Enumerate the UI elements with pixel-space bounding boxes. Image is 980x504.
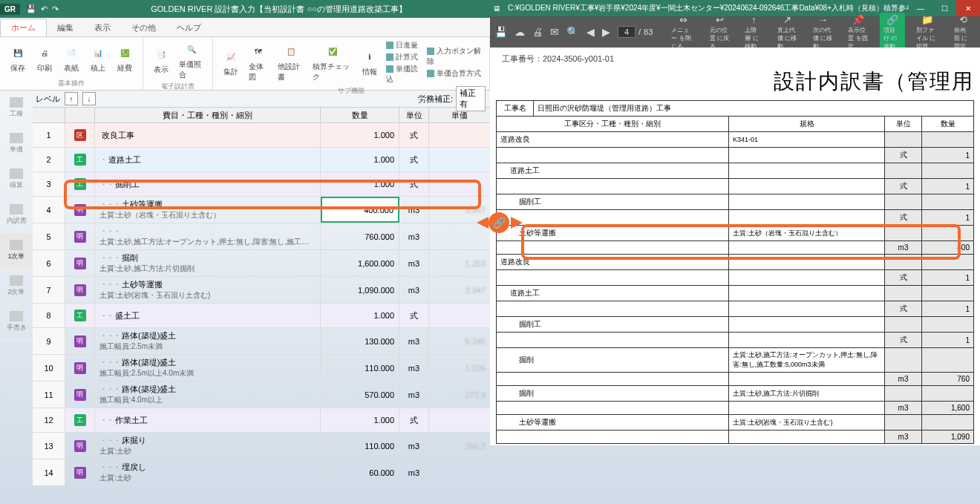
allfig-button[interactable]: 🗺全体図 <box>244 39 273 86</box>
row-qty-cell[interactable]: 1.000 <box>321 172 399 196</box>
row-qty-cell[interactable]: 130.000 <box>321 328 399 354</box>
doc-cell-unit <box>885 317 922 333</box>
tab-view[interactable]: 表示 <box>84 19 121 36</box>
grid-row[interactable]: 7明・・・土砂等運搬土質:土砂(岩塊・玉石混り土含む)1,090.000m33,… <box>33 277 490 304</box>
estcheck-button[interactable]: ✅積算チェック <box>308 39 356 86</box>
side-tab-unit[interactable]: 単価 <box>0 126 33 162</box>
grid-row[interactable]: 2工・道路土工1.000式 <box>33 148 490 172</box>
grid-row[interactable]: 3工・・掘削工1.000式 <box>33 172 490 197</box>
row-name-cell[interactable]: ・・・土砂等運搬土質:土砂(岩塊・玉石混り土含む) <box>95 277 321 303</box>
row-qty-cell[interactable]: 110.000 <box>321 433 399 459</box>
row-qty-cell[interactable]: 60.000 <box>321 459 399 485</box>
print-button[interactable]: 🖨印刷 <box>31 39 58 79</box>
pdf-save-icon[interactable]: 💾 <box>494 24 507 39</box>
row-qty-cell[interactable]: 1.000 <box>321 408 399 432</box>
grid-row[interactable]: 14明・・・埋戻し土質:土砂60.000m3 <box>33 459 490 486</box>
labor-select[interactable]: 補正有 <box>456 86 486 111</box>
tool-fixview[interactable]: 📌表示位置 を固定 <box>844 13 872 52</box>
grid-row[interactable]: 4明・・・土砂等運搬土質:土砂（岩塊・玉石混り土含む）400.000m33,94… <box>33 197 490 223</box>
sub-inputrel[interactable]: 入力ボタン解除 <box>427 46 482 67</box>
tab-edit[interactable]: 編集 <box>47 19 84 36</box>
row-name-cell[interactable]: ・・・路体(築堤)盛土施工幅員:2.5m未満 <box>95 328 321 354</box>
level-down-button[interactable]: ↓ <box>82 92 96 105</box>
sub-nissin[interactable]: 日進量 <box>386 40 421 50</box>
info-button[interactable]: ℹ情報 <box>356 39 383 86</box>
grid-row[interactable]: 5明・・・土質:土砂,施工方法:オープンカット,押土:無し,障害:無し,施工…7… <box>33 223 490 250</box>
row-qty-cell[interactable]: 1.000 <box>321 304 399 327</box>
grid-row[interactable]: 12工・・作業土工1.000式 <box>33 408 490 433</box>
row-name-cell[interactable]: ・・・埋戻し土質:土砂 <box>95 459 321 485</box>
row-name-cell[interactable]: 改良工事 <box>95 123 321 147</box>
row-qty-cell[interactable]: 570.000 <box>321 382 399 408</box>
row-name-cell[interactable]: ・・盛土工 <box>95 304 321 327</box>
grid-row[interactable]: 9明・・・路体(築堤)盛土施工幅員:2.5m未満130.000m36,245 <box>33 328 490 355</box>
level-up-button[interactable]: ↑ <box>65 92 78 105</box>
row-name-cell[interactable]: ・・・路体(築堤)盛土施工幅員:2.5m以上4.0m未満 <box>95 355 321 381</box>
display-icon: 📑 <box>152 45 170 63</box>
redo-icon[interactable]: ↷ <box>52 4 59 14</box>
grid-row[interactable]: 13明・・・床掘り土質:土砂110.000m3266.2 <box>33 433 490 459</box>
side-tab-est[interactable]: 積算 <box>0 162 33 197</box>
undo-icon[interactable]: ↶ <box>41 4 48 14</box>
doc-cell-spec <box>729 194 885 210</box>
save-button[interactable]: 💾保存 <box>4 39 31 79</box>
tool-menu-close[interactable]: ⇔メニュー を閉じる <box>667 13 698 52</box>
row-name-cell[interactable]: ・・・床掘り土質:土砂 <box>95 433 321 459</box>
grid-row[interactable]: 1区改良工事1.000式 <box>33 123 490 148</box>
otherdoc-button[interactable]: 📋他設計書 <box>273 39 308 86</box>
save-qat-icon[interactable]: 💾 <box>26 4 36 14</box>
side-tab-primary[interactable]: 1次単 <box>0 233 33 269</box>
pdf-mail-icon[interactable]: ✉ <box>550 24 559 39</box>
row-qty-cell[interactable]: 1,600.000 <box>321 250 399 276</box>
row-name-cell[interactable]: ・・掘削工 <box>95 172 321 196</box>
row-name-cell[interactable]: ・・・土砂等運搬土質:土砂（岩塊・玉石混り土含む） <box>95 197 321 223</box>
expense-button[interactable]: 💹経費 <box>111 39 138 79</box>
side-tab-secondary[interactable]: 2次単 <box>0 269 33 304</box>
grid-row[interactable]: 6明・・・掘削土質:土砂,施工方法:片切掘削1,600.000m31,253 <box>33 250 490 277</box>
row-qty-cell[interactable]: 400.000 <box>321 197 399 223</box>
row-gutter: 明 <box>65 250 95 276</box>
cover-button[interactable]: 📄表紙 <box>58 39 85 79</box>
row-qty-cell[interactable]: 110.000 <box>321 355 399 381</box>
side-tab-memo[interactable]: 手書き <box>0 304 33 340</box>
tab-other[interactable]: その他 <box>121 19 166 36</box>
row-qty-cell[interactable]: 1.000 <box>321 123 399 147</box>
collect-button[interactable]: 📈集計 <box>218 39 244 86</box>
pdf-page-current[interactable]: 4 <box>618 26 636 38</box>
row-name-cell[interactable]: ・・作業土工 <box>95 408 321 432</box>
row-name-cell[interactable]: ・・・掘削土質:土砂,施工方法:片切掘削 <box>95 250 321 276</box>
row-badge: 明 <box>74 440 86 452</box>
pdf-nextpage-icon[interactable]: ▶ <box>602 24 610 39</box>
row-qty-cell[interactable]: 1,090.000 <box>321 277 399 303</box>
pdf-print-icon[interactable]: 🖨 <box>532 24 543 39</box>
tool-linkrow[interactable]: 🔗項目行 の連動 <box>880 13 905 52</box>
row-qty-cell[interactable]: 1.000 <box>321 148 399 171</box>
grid-row[interactable]: 11明・・・路体(築堤)盛土施工幅員:4.0m以上570.000m3272.9 <box>33 382 490 408</box>
display-button[interactable]: 📑表示 <box>148 39 174 82</box>
sub-pricesum[interactable]: 単価合算方式 <box>427 68 482 79</box>
tab-help[interactable]: ヘルプ <box>166 19 212 36</box>
sub-calc[interactable]: 計算式 <box>386 52 421 62</box>
accum-button[interactable]: 📊積上 <box>85 39 111 79</box>
unitref-button[interactable]: 🔍単価照合 <box>174 39 208 82</box>
tool-up[interactable]: ↑上階層 に移動 <box>741 13 766 52</box>
tool-back[interactable]: ↩元の位置 に戻る <box>706 13 734 52</box>
tab-home[interactable]: ホーム <box>0 19 47 36</box>
side-tab-detail[interactable]: 内訳書 <box>0 197 33 233</box>
sub-unitload[interactable]: 単価読込 <box>386 64 421 85</box>
side-tab-kind[interactable]: 工種 <box>0 91 33 126</box>
tool-next[interactable]: →次の代価 に移動 <box>809 13 837 52</box>
grid-row[interactable]: 8工・・盛土工1.000式 <box>33 304 490 328</box>
tool-prev[interactable]: ⟲前画面 に固定 <box>950 13 976 52</box>
pdf-zoomout-icon[interactable]: 🔍 <box>566 24 579 39</box>
row-name-cell[interactable]: ・道路土工 <box>95 148 321 171</box>
pdf-cloud-icon[interactable]: ☁ <box>514 24 525 39</box>
tool-otherfile[interactable]: 📁別ファイル に切替 <box>912 13 943 52</box>
pdf-prevpage-icon[interactable]: ◀ <box>587 24 595 39</box>
row-number: 12 <box>33 408 65 432</box>
row-name-cell[interactable]: ・・・路体(築堤)盛土施工幅員:4.0m以上 <box>95 382 321 408</box>
row-qty-cell[interactable]: 760.000 <box>321 223 399 249</box>
tool-direct[interactable]: ↗直上代価 に移動 <box>774 13 802 52</box>
row-name-cell[interactable]: ・・・土質:土砂,施工方法:オープンカット,押土:無し,障害:無し,施工… <box>95 223 321 249</box>
grid-row[interactable]: 10明・・・路体(築堤)盛土施工幅員:2.5m以上4.0m未満110.000m3… <box>33 355 490 382</box>
